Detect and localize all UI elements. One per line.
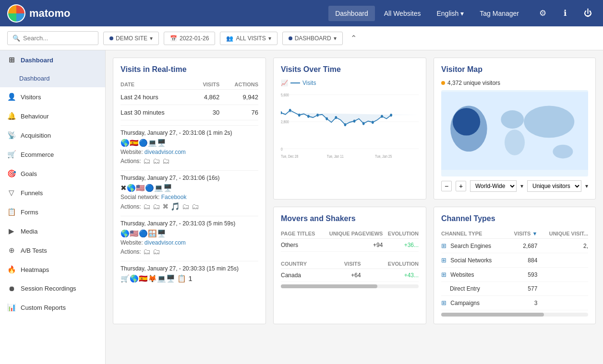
forms-icon: 📋 (7, 208, 16, 216)
visits-header: VISITS (193, 80, 220, 90)
overtime-card: Visits Over Time 📈 Visits (273, 58, 426, 200)
info-icon[interactable]: ℹ (560, 4, 570, 22)
visit-time-3: Thursday, January 27, - 20:30:33 (15 min… (121, 265, 258, 272)
channel-unique-1 (537, 253, 588, 268)
website-link-1[interactable]: Facebook (161, 194, 187, 200)
sidebar-item-acquisition[interactable]: 📡 Acquisition (0, 126, 105, 145)
map-container (441, 90, 588, 176)
svg-point-3 (281, 111, 282, 114)
svg-text:0: 0 (281, 147, 283, 152)
channel-label-3: Direct Entry (441, 282, 507, 296)
sidebar-sublabel-dashboard: Dashboard (19, 75, 50, 82)
demo-site-button[interactable]: DEMO SITE ▾ (103, 32, 159, 45)
sidebar-item-forms[interactable]: 📋 Forms (0, 202, 105, 222)
sidebar-item-dashboard[interactable]: ⊞ Dashboard (0, 50, 105, 70)
visit-icons-3: 🛒🌎🇪🇸🦊💻🖥️ 📋 1 (121, 274, 258, 283)
expand-icon[interactable]: ⊞ (441, 242, 446, 249)
search-input[interactable] (23, 35, 93, 42)
website-link-2[interactable]: diveadvisor.com (145, 239, 186, 246)
visits-col-header: VISITS ▼ (507, 229, 537, 239)
visit-website-0: Website: diveadvisor.com (121, 149, 258, 155)
gear-icon[interactable]: ⚙ (535, 4, 550, 22)
all-visits-button[interactable]: 👥 ALL VISITS ▾ (220, 32, 277, 45)
region-select[interactable]: World-Wide Asia Europe (470, 180, 517, 192)
horizontal-scrollbar-channel[interactable] (441, 313, 588, 317)
zoom-minus-button[interactable]: − (441, 181, 452, 191)
row-actions-1: 76 (219, 105, 258, 120)
zoom-plus-button[interactable]: + (456, 181, 466, 191)
sidebar-subitem-dashboard[interactable]: Dashboard (0, 70, 105, 87)
chart-container: 5,600 2,800 0 Tue, Dec 28 Tue, Jan 11 Tu… (281, 89, 419, 165)
sidebar-label-goals: Goals (21, 170, 37, 177)
expand-icon[interactable]: ⊞ (441, 299, 446, 306)
acquisition-icon: 📡 (7, 131, 16, 140)
svg-text:Tue, Jan 25: Tue, Jan 25 (375, 154, 392, 159)
logo-icon (7, 4, 25, 23)
action-folder-icon: 🗂 (153, 157, 160, 165)
sidebar-label-acquisition: Acquisition (21, 132, 51, 139)
svg-point-13 (372, 121, 374, 124)
visit-icons-0: 🌎🇪🇸🔵💻🖥️ (121, 139, 258, 147)
expand-icon[interactable]: ⊞ (441, 271, 446, 278)
table-row: ⊞ Search Engines 2,687 2, (441, 239, 588, 253)
dashboard-button[interactable]: DASHBOARD ▾ (282, 32, 343, 45)
funnels-icon: ▽ (7, 188, 16, 197)
channel-visits-4: 3 (507, 296, 537, 310)
date-button[interactable]: 📅 2022-01-26 (164, 32, 215, 45)
scrollbar-thumb-channel (441, 313, 544, 317)
sidebar-item-goals[interactable]: 🎯 Goals (0, 164, 105, 183)
horizontal-scrollbar[interactable] (281, 284, 419, 288)
sidebar-item-ecommerce[interactable]: 🛒 Ecommerce (0, 145, 105, 164)
map-controls: − + World-Wide Asia Europe ▾ Unique visi… (441, 180, 588, 192)
channel-visits-0: 2,687 (507, 239, 537, 253)
logo[interactable]: matomo (7, 4, 71, 23)
nav-link-tag-manager[interactable]: Tag Manager (473, 6, 526, 21)
calendar-icon: 📅 (170, 35, 177, 42)
svg-text:5,600: 5,600 (281, 93, 289, 97)
svg-text:Tue, Dec 28: Tue, Dec 28 (281, 154, 298, 159)
visit-entry-1: Thursday, January 27, - 20:31:06 (16s) ✖… (121, 170, 258, 211)
search-box[interactable]: 🔍 (7, 31, 98, 45)
country-visits-0: +64 (329, 269, 361, 282)
sidebar-label-behaviour: Behaviour (21, 113, 49, 120)
dot-icon (109, 36, 113, 40)
sidebar-item-session-recordings[interactable]: ⏺ Session Recordings (0, 279, 105, 298)
collapse-button[interactable]: ⌃ (348, 31, 360, 46)
sidebar-item-media[interactable]: ▶ Media (0, 222, 105, 241)
channel-label-2: ⊞ Websites (441, 268, 507, 282)
overtime-title: Visits Over Time (281, 65, 419, 74)
media-icon: ▶ (7, 227, 16, 235)
movers-pageviews-0: +94 (321, 239, 383, 252)
nav-link-dashboard[interactable]: Dashboard (328, 6, 375, 21)
nav-link-all-websites[interactable]: All Websites (377, 6, 428, 21)
visit-entry-2: Thursday, January 27, - 20:31:03 (5 min … (121, 216, 258, 256)
realtime-card: Visits in Real-time DATE VISITS ACTIONS … (113, 58, 266, 324)
sidebar-item-abtests[interactable]: ⊕ A/B Tests (0, 241, 105, 260)
movers-evolution-0: +36... (383, 239, 419, 252)
svg-point-15 (390, 114, 392, 117)
sidebar-item-custom-reports[interactable]: 📊 Custom Reports (0, 298, 105, 317)
logout-icon[interactable]: ⏻ (580, 5, 596, 22)
channel-label-4: ⊞ Campaigns (441, 296, 507, 310)
chart-icon: 📈 (281, 80, 288, 86)
sidebar-label-funnels: Funnels (21, 189, 43, 197)
unique-dot (441, 81, 445, 85)
expand-icon[interactable]: ⊞ (441, 257, 446, 264)
unique-pageviews-header: UNIQUE PAGEVIEWS (321, 229, 383, 239)
row-actions-0: 9,942 (219, 90, 258, 105)
nav-link-english[interactable]: English ▾ (430, 6, 470, 21)
sidebar-item-visitors[interactable]: 👤 Visitors (0, 87, 105, 106)
metric-select[interactable]: Unique visitors Visits (527, 180, 581, 192)
website-link-0[interactable]: diveadvisor.com (145, 149, 186, 155)
action-folder-icon: 🗂 (192, 202, 199, 211)
sidebar-item-funnels[interactable]: ▽ Funnels (0, 183, 105, 202)
country-label-0: Canada (281, 269, 329, 282)
svg-point-27 (524, 106, 574, 138)
sidebar-item-heatmaps[interactable]: 🔥 Heatmaps (0, 260, 105, 279)
svg-point-11 (353, 119, 356, 122)
sidebar-label-dashboard: Dashboard (21, 57, 53, 64)
sidebar-item-behaviour[interactable]: 🔔 Behaviour (0, 106, 105, 126)
channel-types-card: Channel Types CHANNEL TYPE VISITS ▼ UNIQ… (434, 207, 596, 324)
realtime-table: DATE VISITS ACTIONS Last 24 hours 4,862 … (121, 80, 258, 120)
top-nav-links: Dashboard All Websites English ▾ Tag Man… (328, 6, 526, 21)
